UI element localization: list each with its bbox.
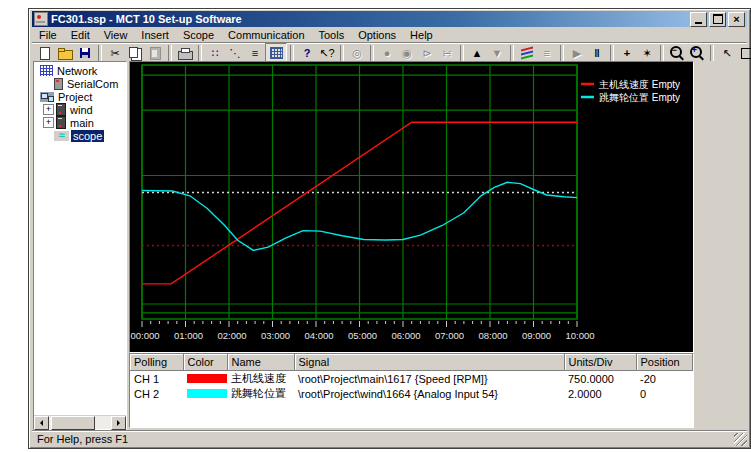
channel-row-ch-2[interactable]: CH 2跳舞轮位置\root\Project\wind\1664 {Analog… [130, 386, 692, 401]
scrollbar-track[interactable] [95, 416, 111, 429]
channel-table: PollingColorNameSignalUnits/DivPosition … [130, 354, 693, 401]
register-view-button[interactable]: ∷ [205, 44, 225, 62]
svg-text:00:000: 00:000 [130, 330, 159, 341]
scrollbar-thumb[interactable] [51, 416, 95, 430]
scroll-right-button[interactable] [111, 416, 126, 430]
toolbar-separator [198, 45, 202, 61]
pause-scope-button[interactable]: ‖ [587, 44, 607, 62]
column-header-signal[interactable]: Signal [294, 354, 564, 371]
tree-horizontal-scrollbar[interactable] [34, 415, 126, 429]
select-cursor-button[interactable]: ↖ [717, 44, 737, 62]
tree-item-network[interactable]: Network [34, 64, 126, 77]
zoom-out-button[interactable] [667, 44, 687, 62]
scope-icon [54, 131, 69, 141]
scope-chart: 00:00001:00002:00003:00004:00005:00006:0… [129, 61, 694, 353]
menu-item-help[interactable]: Help [403, 28, 440, 42]
column-header-name[interactable]: Name [227, 354, 294, 371]
context-help-button[interactable]: ↖? [317, 44, 337, 62]
svg-text:03:000: 03:000 [261, 330, 290, 341]
register-view-icon: ∷ [212, 48, 219, 59]
save-button[interactable] [75, 44, 95, 62]
menu-item-communication[interactable]: Communication [221, 28, 311, 42]
parameter-list-button[interactable]: ≡ [245, 44, 265, 62]
context-help-icon: ↖? [319, 48, 334, 59]
menu-item-options[interactable]: Options [351, 28, 403, 42]
svg-text:07:000: 07:000 [435, 330, 464, 341]
tree-item-serialcom[interactable]: SerialCom [34, 77, 126, 90]
menu-item-scope[interactable]: Scope [176, 28, 221, 42]
column-header-polling[interactable]: Polling [130, 354, 183, 371]
write-to-drive-button[interactable]: ⊳ [417, 44, 437, 62]
help-icon: ? [304, 48, 311, 59]
tree-item-project[interactable]: Project [34, 90, 126, 103]
new-button[interactable] [35, 44, 55, 62]
move-up-icon: ▲ [472, 48, 483, 59]
cut-icon: ✂ [110, 48, 119, 59]
help-button[interactable]: ? [297, 44, 317, 62]
parameter-grid-button[interactable] [265, 43, 287, 63]
svg-text:主机线速度 Empty: 主机线速度 Empty [598, 79, 680, 90]
svg-text:04:000: 04:000 [304, 330, 333, 341]
copy-button[interactable] [125, 44, 145, 62]
scope-lines-icon: ≡ [544, 48, 550, 59]
tree-item-label: scope [71, 130, 104, 142]
tree-item-label: SerialCom [65, 78, 120, 90]
tree-item-main[interactable]: +main [34, 116, 126, 129]
start-scope-button[interactable]: ▶ [567, 44, 587, 62]
zoom-in-button[interactable] [687, 44, 707, 62]
network-scan-icon: ⋱ [230, 48, 241, 59]
maximize-button[interactable] [709, 12, 726, 27]
channel-row-ch-1[interactable]: CH 1主机线速度\root\Project\main\1617 {Speed … [130, 371, 692, 387]
channel-signal: \root\Project\wind\1664 {Analog Input 54… [294, 386, 564, 401]
read-from-drive-button[interactable]: ∺ [437, 44, 457, 62]
paste-button[interactable] [145, 44, 165, 62]
tree-item-wind[interactable]: +wind [34, 103, 126, 116]
tree-item-scope[interactable]: scope [34, 129, 126, 142]
resize-grip-icon[interactable] [734, 433, 747, 446]
expander-wind[interactable]: + [43, 104, 54, 115]
stop-communication-button[interactable]: ● [377, 44, 397, 62]
tracking-cursor-button[interactable]: ✶ [637, 44, 657, 62]
open-button[interactable] [55, 44, 75, 62]
expander-main[interactable]: + [43, 117, 54, 128]
parameter-grid-icon [270, 47, 283, 59]
zoom-box-icon [741, 48, 751, 59]
svg-text:09:000: 09:000 [522, 330, 551, 341]
title-bar[interactable]: FC301.ssp - MCT 10 Set-up Software × [32, 11, 747, 27]
scope-lines-button[interactable]: ≡ [537, 44, 557, 62]
scroll-left-button[interactable] [34, 416, 49, 430]
channel-position: -20 [636, 371, 692, 387]
network-scan-button[interactable]: ⋱ [225, 44, 245, 62]
print-button[interactable] [175, 44, 195, 62]
menu-item-view[interactable]: View [97, 28, 135, 42]
drive-icon [56, 103, 66, 116]
menu-item-insert[interactable]: Insert [134, 28, 176, 42]
paste-icon [150, 47, 161, 60]
move-up-button[interactable]: ▲ [467, 44, 487, 62]
column-header-color[interactable]: Color [183, 354, 227, 371]
close-icon: × [733, 14, 739, 24]
minimize-button[interactable] [690, 12, 707, 27]
scope-plot[interactable]: 00:00001:00002:00003:00004:00005:00006:0… [130, 62, 693, 352]
menu-item-file[interactable]: File [32, 28, 64, 42]
channel-units-div: 2.0000 [564, 386, 636, 401]
serial-device-icon [54, 78, 63, 90]
tracking-cursor-icon: ✶ [642, 48, 651, 59]
open-icon [58, 50, 73, 60]
scope-waves-button[interactable] [517, 44, 537, 62]
move-down-button[interactable]: ▼ [487, 44, 507, 62]
menu-item-edit[interactable]: Edit [64, 28, 97, 42]
svg-text:10:000: 10:000 [565, 330, 594, 341]
cut-button[interactable]: ✂ [105, 44, 125, 62]
column-header-units-div[interactable]: Units/Div [564, 354, 636, 371]
connection-button[interactable]: ◎ [347, 44, 367, 62]
pan-crosshair-button[interactable]: + [617, 44, 637, 62]
menu-item-tools[interactable]: Tools [312, 28, 352, 42]
toolbar: ✂∷⋱≡?↖?◎●◉⊳∺▲▼≡▶‖+✶↖⇥ [32, 42, 747, 63]
write-to-drive-icon: ⊳ [422, 48, 431, 59]
close-button[interactable]: × [728, 12, 745, 27]
column-header-position[interactable]: Position [636, 354, 692, 371]
poll-button[interactable]: ◉ [397, 44, 417, 62]
zoom-box-button[interactable] [737, 44, 751, 62]
svg-text:08:000: 08:000 [478, 330, 507, 341]
